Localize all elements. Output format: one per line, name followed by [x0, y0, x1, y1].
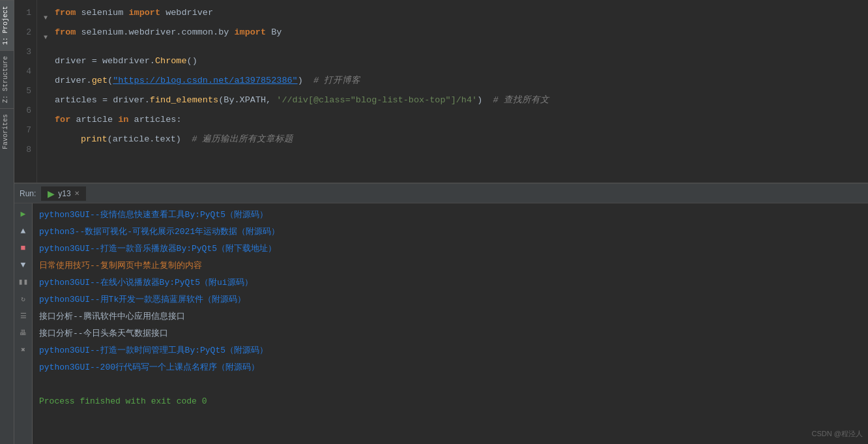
id-articles: articles — [55, 91, 97, 110]
comment-6: # 查找所有文 — [493, 91, 549, 110]
run-label: Run: — [20, 189, 36, 198]
line-num-3: 3 — [18, 42, 31, 62]
code-content: ▼ from selenium import webdriver ▼ from … — [37, 0, 868, 183]
run-body: ▶ ▲ ■ ▼ ▮▮ ↻ ☰ 🖶 ✖ python3GUI--疫情信息快速查看工… — [14, 203, 868, 444]
kw-from-2: from — [55, 23, 76, 42]
run-toolbar: ▶ ▲ ■ ▼ ▮▮ ↻ ☰ 🖶 ✖ — [14, 203, 33, 444]
run-stop-btn[interactable]: ■ — [16, 241, 31, 255]
run-pause-btn[interactable]: ▮▮ — [16, 274, 31, 289]
line-numbers: 1 2 3 4 5 6 7 8 — [14, 0, 37, 183]
code-line-1: ▼ from selenium import webdriver — [44, 3, 861, 23]
dot-6: . — [145, 91, 150, 110]
sidebar-tab-structure[interactable]: Z: Structure — [0, 50, 14, 108]
code-line-3 — [44, 42, 861, 52]
id-text: text — [154, 130, 175, 149]
line-num-7: 7 — [18, 121, 31, 140]
eq-sign-4: = — [87, 52, 102, 71]
kw-in: in — [118, 110, 128, 130]
id-article-iter: article — [76, 110, 113, 130]
run-output: python3GUI--疫情信息快速查看工具By:PyQt5（附源码） pyth… — [33, 203, 868, 444]
line-num-1: 1 — [18, 3, 31, 23]
id-selenium-2: selenium.webdriver.common.by — [81, 23, 229, 42]
output-line-8: 接口分析--今日头条天气数据接口 — [39, 325, 861, 342]
sidebar-tab-project[interactable]: 1: Project — [0, 0, 14, 50]
dot-6b: . — [234, 91, 239, 110]
line-num-5: 5 — [18, 81, 31, 101]
run-rerun-btn[interactable]: ↻ — [16, 291, 31, 306]
run-play-btn[interactable]: ▶ — [16, 207, 31, 221]
output-line-1: python3GUI--疫情信息快速查看工具By:PyQt5（附源码） — [39, 207, 861, 224]
id-find-elements: find_elements — [150, 91, 218, 110]
code-editor: 1 2 3 4 5 6 7 8 ▼ from selenium import w… — [14, 0, 868, 183]
dot-8: . — [149, 130, 154, 149]
code-line-2: ▼ from selenium.webdriver.common.by impo… — [44, 23, 861, 42]
output-line-6: python3GUI--用Tk开发一款恶搞蓝屏软件（附源码） — [39, 291, 861, 308]
run-close-panel-btn[interactable]: ✖ — [16, 342, 31, 357]
line-num-4: 4 — [18, 62, 31, 81]
run-panel: Run: ▶ y13 ✕ ▶ ▲ ■ ▼ ▮▮ ↻ ☰ 🖶 ✖ py — [14, 183, 868, 444]
colon-7: : — [176, 110, 181, 130]
paren-5b: ) — [298, 71, 303, 91]
run-up-btn[interactable]: ▲ — [16, 224, 31, 238]
id-driver-get: driver — [55, 71, 87, 91]
id-XPATH: XPATH — [240, 91, 267, 110]
fold-icon-8 — [44, 135, 53, 144]
left-sidebar: 1: Project Z: Structure Favorites — [0, 0, 14, 444]
comment-8: # 遍历输出所有文章标题 — [192, 130, 293, 149]
line-num-8: 8 — [18, 140, 31, 160]
output-line-9: python3GUI--打造一款时间管理工具By:PyQt5（附源码） — [39, 342, 861, 359]
paren-8b: ) — [176, 130, 181, 149]
paren-6b: ) — [477, 91, 482, 110]
output-line-5: python3GUI--在线小说播放器By:PyQt5（附ui源码） — [39, 274, 861, 291]
run-tab-icon: ▶ — [48, 188, 55, 199]
fold-icon-2[interactable]: ▼ — [44, 28, 53, 37]
kw-import-2: import — [234, 23, 266, 42]
run-header: Run: ▶ y13 ✕ — [14, 184, 868, 203]
url-csdn[interactable]: "https://blog.csdn.net/a1397852386" — [113, 71, 298, 91]
output-line-2: python3--数据可视化-可视化展示2021年运动数据（附源码） — [39, 224, 861, 241]
id-By: By — [271, 23, 282, 42]
paren-6a: ( — [218, 91, 224, 110]
sidebar-tab-favorites[interactable]: Favorites — [0, 108, 14, 155]
id-webdriver-1: webdriver — [166, 3, 213, 23]
paren-4: () — [187, 52, 197, 71]
paren-8a: ( — [108, 130, 113, 149]
id-Chrome: Chrome — [155, 52, 187, 71]
run-stack-btn[interactable]: ☰ — [16, 308, 31, 323]
comment-5: # 打开博客 — [313, 71, 360, 91]
kw-print: print — [81, 130, 108, 149]
output-line-10: python3GUI--200行代码写一个上课点名程序（附源码） — [39, 359, 861, 376]
code-line-6: articles = driver.find_elements(By.XPATH… — [44, 91, 861, 110]
line-num-6: 6 — [18, 101, 31, 121]
id-get: get — [92, 71, 108, 91]
run-print-btn[interactable]: 🖶 — [16, 325, 31, 340]
id-webdriver-chrome: webdriver — [102, 52, 150, 71]
eq-sign-6: = — [97, 91, 113, 110]
paren-5a: ( — [108, 71, 113, 91]
main-area: 1 2 3 4 5 6 7 8 ▼ from selenium import w… — [14, 0, 868, 444]
id-articles-7: articles — [134, 110, 177, 130]
run-tab-close[interactable]: ✕ — [74, 190, 80, 197]
output-line-4: 日常使用技巧--复制网页中禁止复制的内容 — [39, 258, 861, 274]
comma-6: , — [266, 91, 276, 110]
output-line-7: 接口分析--腾讯软件中心应用信息接口 — [39, 308, 861, 325]
output-line-3: python3GUI--打造一款音乐播放器By:PyQt5（附下载地址） — [39, 241, 861, 258]
code-line-4: driver = webdriver.Chrome() — [44, 52, 861, 71]
id-selenium-1: selenium — [81, 3, 124, 23]
kw-for: for — [55, 110, 70, 130]
line-num-2: 2 — [18, 23, 31, 42]
output-line-blank — [39, 376, 861, 393]
id-driver-assign: driver — [55, 52, 87, 71]
fold-icon-4 — [44, 57, 53, 66]
kw-import-1: import — [128, 3, 160, 23]
code-line-5: driver.get("https://blog.csdn.net/a13978… — [44, 71, 861, 91]
fold-icon-6 — [44, 96, 53, 105]
run-down-btn[interactable]: ▼ — [16, 258, 31, 272]
str-xpath: '//div[@class="blog-list-box-top"]/h4' — [276, 91, 477, 110]
fold-icon-7 — [44, 115, 53, 125]
id-driver-find: driver — [113, 91, 145, 110]
fold-icon-1[interactable]: ▼ — [44, 8, 53, 18]
id-article-text: article — [113, 130, 150, 149]
run-tab-y13[interactable]: ▶ y13 ✕ — [41, 186, 85, 201]
run-tab-name: y13 — [58, 189, 70, 198]
